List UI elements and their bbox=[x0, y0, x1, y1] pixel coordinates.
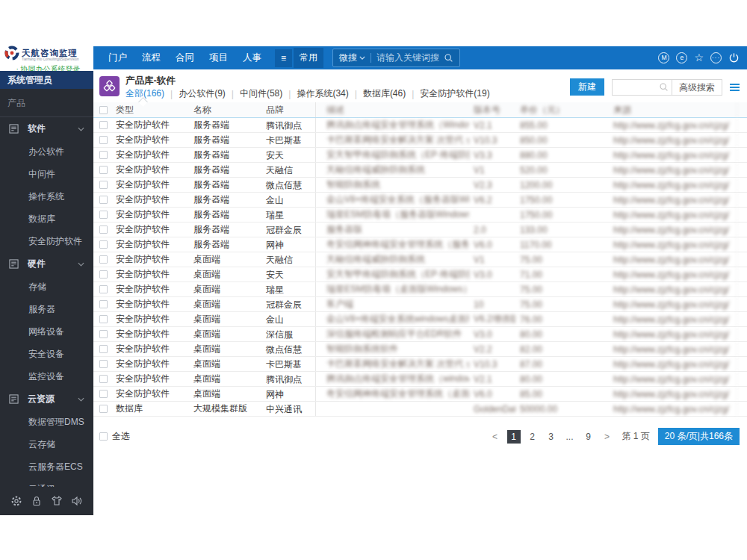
row-checkbox[interactable] bbox=[99, 345, 108, 353]
row-checkbox[interactable] bbox=[99, 300, 108, 308]
row-checkbox[interactable] bbox=[99, 225, 108, 234]
sidebar-item-2-2[interactable]: 服务器 bbox=[0, 298, 93, 320]
search-icon[interactable] bbox=[659, 82, 669, 92]
sidebar-item-3-1[interactable]: 数据管理DMS bbox=[0, 411, 93, 433]
table-search-input[interactable] bbox=[613, 81, 656, 94]
advanced-search-button[interactable]: 高级搜索 bbox=[672, 80, 722, 95]
tab-2[interactable]: 办公软件(9) bbox=[179, 87, 226, 100]
lock-icon[interactable] bbox=[31, 495, 43, 507]
page-button-1[interactable]: 1 bbox=[507, 430, 521, 444]
table-row[interactable]: 安全防护软件桌面端微点佰慧智能防御系统软件V2.282.00http://www… bbox=[93, 342, 747, 357]
speaker-icon[interactable] bbox=[71, 495, 83, 507]
sidebar-item-2-5[interactable]: 监控设备 bbox=[0, 365, 93, 388]
sidebar-item-2-1[interactable]: 存储 bbox=[0, 276, 93, 298]
power-icon[interactable] bbox=[728, 52, 740, 63]
table-row[interactable]: 安全防护软件服务器端瑞星瑞星ESM防毒墙（服务器版Windows）企业1750.… bbox=[93, 208, 747, 223]
tab-4[interactable]: 操作系统(34) bbox=[297, 87, 348, 100]
col-header-6: 单价（元） bbox=[515, 104, 609, 116]
nav-item-4[interactable]: 项目 bbox=[209, 52, 228, 64]
sidebar-group-3[interactable]: 云资源 bbox=[0, 388, 93, 411]
theme-shirt-icon[interactable] bbox=[51, 495, 63, 507]
sidebar-item-2-3[interactable]: 网络设备 bbox=[0, 320, 93, 343]
sidebar-item-1-5[interactable]: 安全防护软件 bbox=[0, 230, 93, 252]
list-view-icon[interactable] bbox=[730, 84, 740, 91]
tab-6[interactable]: 安全防护软件(19) bbox=[420, 87, 489, 100]
sidebar-item-1-3[interactable]: 操作系统 bbox=[0, 185, 93, 208]
row-checkbox[interactable] bbox=[99, 196, 108, 204]
settings-gear-icon[interactable] bbox=[10, 495, 22, 507]
header-checkbox[interactable] bbox=[99, 106, 108, 114]
table-row[interactable]: 安全防护软件桌面端卡巴斯基卡巴斯基网络安全解决方案 次世代 企业版 - KSC…… bbox=[93, 357, 747, 372]
page-size-button[interactable]: 20 条/页|共166条 bbox=[658, 428, 740, 445]
row-checkbox[interactable] bbox=[99, 240, 108, 249]
m-badge-icon[interactable]: M bbox=[658, 52, 669, 63]
sidebar-group-1[interactable]: 软件 bbox=[0, 117, 93, 140]
more-icon[interactable]: ··· bbox=[710, 52, 722, 63]
table-row[interactable]: 安全防护软件桌面端冠群金辰客户端1075.00http://www.zjzfcg… bbox=[93, 297, 747, 312]
new-button[interactable]: 新建 bbox=[570, 78, 604, 96]
row-checkbox[interactable] bbox=[99, 360, 108, 368]
nav-item-5[interactable]: 人事 bbox=[243, 52, 261, 64]
row-checkbox[interactable] bbox=[99, 330, 108, 338]
sidebar-item-1-2[interactable]: 中间件 bbox=[0, 163, 93, 185]
table-row[interactable]: 安全防护软件桌面端瑞星瑞星ESM防毒墙（桌面版Windows）企业75.00ht… bbox=[93, 282, 747, 297]
sidebar-item-2-4[interactable]: 安全设备 bbox=[0, 343, 93, 365]
sidebar-item-1-4[interactable]: 数据库 bbox=[0, 208, 93, 230]
pinned-tab-common[interactable]: 常用 bbox=[294, 48, 323, 68]
menu-grid-icon[interactable]: ≡ bbox=[275, 49, 292, 67]
tab-5[interactable]: 数据库(46) bbox=[363, 87, 406, 100]
page-button-2[interactable]: 2 bbox=[526, 430, 539, 444]
row-checkbox[interactable] bbox=[99, 211, 108, 219]
row-checkbox[interactable] bbox=[99, 181, 108, 189]
favorite-star-icon[interactable]: ☆ bbox=[694, 52, 704, 63]
global-search-box[interactable]: 微搜 请输入关键词搜 bbox=[332, 49, 460, 67]
sidebar-item-1-1[interactable]: 办公软件 bbox=[0, 140, 93, 163]
select-all-checkbox[interactable] bbox=[99, 432, 108, 441]
page-button-3[interactable]: 3 bbox=[545, 430, 558, 444]
row-checkbox[interactable] bbox=[99, 390, 108, 398]
nav-item-2[interactable]: 流程 bbox=[142, 52, 161, 64]
page-button-9[interactable]: 9 bbox=[582, 430, 595, 444]
row-checkbox[interactable] bbox=[99, 405, 108, 413]
table-row[interactable]: 安全防护软件服务器端网神奇安信网神终端安全管理系统（服务器版）V6.01170.… bbox=[93, 237, 747, 252]
tab-1[interactable]: 全部(166) bbox=[125, 87, 164, 100]
table-row[interactable]: 安全防护软件服务器端微点佰慧智能防御系统V2.31200.00http://ww… bbox=[93, 178, 747, 193]
search-icon[interactable] bbox=[444, 53, 453, 63]
table-row[interactable]: 安全防护软件桌面端安天安天智甲终端防御系统（EP·终端防护）V3.071.00h… bbox=[93, 267, 747, 282]
table-row[interactable]: 安全防护软件桌面端深信服深信服终端检测响应平台EDR软件V3.080.00htt… bbox=[93, 327, 747, 342]
table-row[interactable]: 安全防护软件服务器端天融信天融信终端威胁防御系统V1520.00http://w… bbox=[93, 163, 747, 178]
sidebar-group-2[interactable]: 硬件 bbox=[0, 252, 93, 276]
table-row[interactable]: 安全防护软件服务器端安天安天智甲终端防御系统（EP·终端防护）V3.3880.0… bbox=[93, 148, 747, 163]
table-row[interactable]: 安全防护软件桌面端天融信天融信终端威胁防御系统V175.00http://www… bbox=[93, 252, 747, 267]
row-checkbox[interactable] bbox=[99, 151, 108, 159]
next-page-button[interactable]: > bbox=[601, 430, 614, 444]
nav-item-3[interactable]: 合同 bbox=[176, 52, 194, 64]
table-row[interactable]: 安全防护软件桌面端网神奇安信网神终端安全管理系统（桌面版）V6.085.00ht… bbox=[93, 387, 747, 402]
search-scope-label[interactable]: 微搜 bbox=[339, 52, 357, 64]
nav-item-1[interactable]: 门户 bbox=[108, 52, 127, 64]
table-row[interactable]: 数据库大规模集群版中兴通讯GoldenData s…50000.00http:/… bbox=[93, 402, 747, 417]
row-checkbox[interactable] bbox=[99, 136, 108, 144]
cell-c3: 智能防御系统 bbox=[316, 178, 469, 191]
row-checkbox[interactable] bbox=[99, 166, 108, 174]
row-checkbox[interactable] bbox=[99, 255, 108, 264]
table-row[interactable]: 安全防护软件桌面端腾讯御点腾讯御点终端安全管理系统（windows版）V2.0增… bbox=[93, 372, 747, 387]
table-row[interactable]: 安全防护软件服务器端冠群金辰服务器版2.0133.00http://www.zj… bbox=[93, 223, 747, 237]
sidebar-item-3-2[interactable]: 云存储 bbox=[0, 433, 93, 455]
row-checkbox[interactable] bbox=[99, 270, 108, 279]
prev-page-button[interactable]: < bbox=[489, 430, 502, 444]
cell-c1: 服务器端 bbox=[189, 119, 261, 131]
search-placeholder[interactable]: 请输入关键词搜 bbox=[376, 52, 439, 64]
table-row[interactable]: 安全防护软件桌面端金山金山V8+终端安全系统windows桌面版V6.2增强版7… bbox=[93, 312, 747, 327]
table-row[interactable]: 安全防护软件服务器端卡巴斯基卡巴斯基网络安全解决方案 次世代 企业…V10.38… bbox=[93, 133, 747, 148]
table-row[interactable]: 安全防护软件服务器端腾讯御点腾讯御点终端安全管理系统（Windows版）V2.1… bbox=[93, 118, 747, 133]
row-checkbox[interactable] bbox=[99, 121, 108, 129]
tab-3[interactable]: 中间件(58) bbox=[240, 87, 282, 100]
sidebar-item-3-3[interactable]: 云服务器ECS bbox=[0, 455, 93, 478]
sidebar-section-product: 产品 bbox=[0, 89, 93, 117]
row-checkbox[interactable] bbox=[99, 315, 108, 323]
table-row[interactable]: 安全防护软件服务器端金山金山V8+终端安全系统（服务器版Windows）企业版V… bbox=[93, 193, 747, 208]
row-checkbox[interactable] bbox=[99, 375, 108, 383]
row-checkbox[interactable] bbox=[99, 285, 108, 293]
message-icon[interactable]: e bbox=[676, 52, 687, 63]
